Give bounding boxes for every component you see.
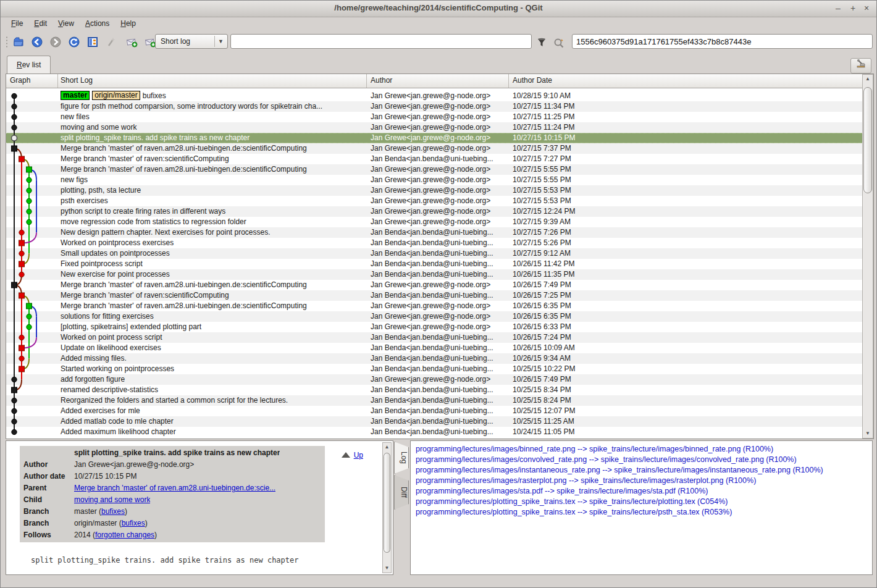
table-row[interactable]: [plotting, spiketrains] extended plottin… [6,322,873,332]
column-header-author[interactable]: Author [367,74,509,88]
table-row[interactable]: Fixed pointprocess scriptJan Benda<jan.b… [6,259,873,269]
details-link[interactable]: Merge branch 'master' of raven.am28.uni-… [74,484,275,492]
author-date-cell: 10/26/15 7:49 PM [509,374,873,385]
table-row[interactable]: Merge branch 'master' of raven.am28.uni-… [6,280,873,290]
menu-actions[interactable]: Actions [80,17,115,30]
tab-rev-list[interactable]: Rev list [7,56,51,74]
toolbar-handle[interactable] [6,36,8,48]
author-date-cell: 10/26/15 7:49 PM [509,280,873,290]
author-date-cell: 10/27/15 7:27 PM [509,154,873,164]
forward-button[interactable] [48,34,64,50]
details-link[interactable]: moving and some work [74,495,150,504]
table-row[interactable]: Added matlab code to mle chapterJan Bend… [6,416,873,427]
up-link-label[interactable]: Up [354,451,363,460]
details-label-branch: Branch [23,506,74,518]
column-header-short-log[interactable]: Short Log [58,74,367,88]
table-row[interactable]: Reorganized the folders and started a co… [6,395,873,406]
author-cell: Jan Grewe<jan.grewe@g-node.org> [367,311,509,322]
file-rename-line[interactable]: programming/lectures/plotting_spike_trai… [416,497,867,507]
sha-input[interactable] [572,34,873,49]
table-row[interactable]: psth exercisesJan Grewe<jan.grewe@g-node… [6,196,873,206]
table-row[interactable]: Update on likelihood exercisesJan Benda<… [6,343,873,353]
details-link[interactable]: bufixes [122,519,145,527]
table-row[interactable]: Merge branch 'master' of raven.am28.uni-… [6,143,873,154]
save-patch-button[interactable] [124,34,140,50]
view-button[interactable] [85,34,101,50]
details-link[interactable]: forgotten changes [95,531,154,539]
table-row[interactable]: new filesJan Grewe<jan.grewe@g-node.org>… [6,112,873,122]
menu-view[interactable]: View [52,17,80,30]
open-repository-button[interactable] [10,34,27,50]
find-button[interactable] [551,35,567,51]
close-button[interactable]: × [860,2,873,15]
file-rename-line[interactable]: programming/lectures/images/binned_rate.… [416,444,867,455]
up-link[interactable]: Up [342,451,363,460]
table-row[interactable]: solutions for fitting exercisesJan Grewe… [6,311,873,322]
table-row[interactable]: figure for psth method comparsion, some … [6,101,873,112]
open-folder-icon [13,41,24,49]
table-row[interactable]: python script to create firing rates in … [6,206,873,217]
table-row[interactable]: split plotting_spike trains. add spike t… [6,133,873,143]
table-row[interactable]: moving and some workJan Grewe<jan.grewe@… [6,122,873,133]
table-row[interactable]: New design pattern chapter. Next exercis… [6,227,873,238]
menu-file[interactable]: File [6,17,28,30]
table-row[interactable]: plotting, psth, sta lectureJan Grewe<jan… [6,185,873,196]
table-row[interactable]: add forgotten figureJan Grewe<jan.grewe@… [6,374,873,385]
author-date-cell: 10/25/15 12:07 PM [509,406,873,416]
highlight-filter-button[interactable] [534,35,550,51]
file-rename-line[interactable]: programming/lectures/images/instantaneou… [416,465,867,476]
scrollbar-thumb[interactable] [863,87,872,193]
minimize-button[interactable]: – [832,2,844,15]
table-row[interactable]: move regression code from statistics to … [6,217,873,227]
tab-diff[interactable]: Diff [394,475,409,510]
filter-input[interactable] [230,34,532,49]
table-scrollbar[interactable]: ▲ ▼ [862,74,873,439]
maximize-button[interactable]: + [847,2,859,15]
table-row[interactable]: Merge branch 'master' of raven.am28.uni-… [6,301,873,311]
qgit-window: /home/grewe/teaching/2014/scientificComp… [0,0,877,588]
column-header-author-date[interactable]: Author Date [509,74,873,88]
table-row[interactable]: masterorigin/masterbufixesJan Grewe<jan.… [6,91,873,101]
file-rename-line[interactable]: programming/lectures/images/convolved_ra… [416,455,867,465]
details-scrollbar[interactable]: ▲ ▼ [382,442,392,573]
table-row[interactable]: renamed descriptive-statisticsJan Benda<… [6,385,873,395]
scroll-up-icon[interactable]: ▲ [863,75,873,83]
forward-icon [50,41,61,49]
table-row[interactable]: Merge branch 'master' of raven:scientifi… [6,290,873,301]
file-rename-line[interactable]: programming/lectures/plotting_spike_trai… [416,507,867,518]
author-date-cell: 10/26/15 11:35 PM [509,269,873,280]
table-row[interactable]: Merge branch 'master' of raven.am28.uni-… [6,164,873,175]
view-mode-select[interactable]: Short log ▼ [155,34,228,49]
table-row[interactable]: Small updates on pointprocessesJan Benda… [6,248,873,259]
scrollbar-thumb[interactable] [384,453,390,553]
details-link[interactable]: bufixes [101,507,125,516]
table-row[interactable]: Started working on pointprocessesJan Ben… [6,364,873,374]
scroll-down-icon[interactable]: ▼ [383,564,391,573]
tab-log[interactable]: Log [394,442,409,474]
table-row[interactable]: Merge branch 'master' of raven:scientifi… [6,154,873,164]
scroll-up-icon[interactable]: ▲ [383,443,391,452]
wand-button[interactable] [103,34,119,50]
column-header-graph[interactable]: Graph [6,74,58,88]
title-bar[interactable]: /home/grewe/teaching/2014/scientificComp… [1,1,876,17]
scroll-down-icon[interactable]: ▼ [863,429,873,438]
table-row[interactable]: New exercise for point processesJan Bend… [6,269,873,280]
menu-edit[interactable]: Edit [28,17,52,30]
table-row[interactable]: Worked on point process scriptJan Benda<… [6,332,873,343]
graph-cell [6,238,58,248]
window-title: /home/grewe/teaching/2014/scientificComp… [1,3,876,12]
back-button[interactable] [29,34,45,50]
table-header: GraphShort LogAuthorAuthor Date [6,74,873,88]
file-rename-line[interactable]: programming/lectures/images/rasterplot.p… [416,476,867,486]
table-row[interactable]: Added maximum likelihood chapterJan Bend… [6,427,873,437]
file-rename-line[interactable]: programming/lectures/images/sta.pdf --> … [416,486,867,497]
table-row[interactable]: Added exercises for mleJan Benda<jan.ben… [6,406,873,416]
table-row[interactable]: Worked on pointprocess exercisesJan Bend… [6,238,873,248]
table-row[interactable]: new figsJan Grewe<jan.grewe@g-node.org>1… [6,175,873,185]
table-row[interactable]: Added missing files.Jan Benda<jan.benda@… [6,353,873,364]
author-cell: Jan Benda<jan.benda@uni-tuebing... [367,364,509,374]
menu-help[interactable]: Help [115,17,141,30]
author-date-cell: 10/25/15 10:22 PM [509,364,873,374]
reload-button[interactable] [66,34,82,50]
detach-view-button[interactable] [850,58,871,74]
